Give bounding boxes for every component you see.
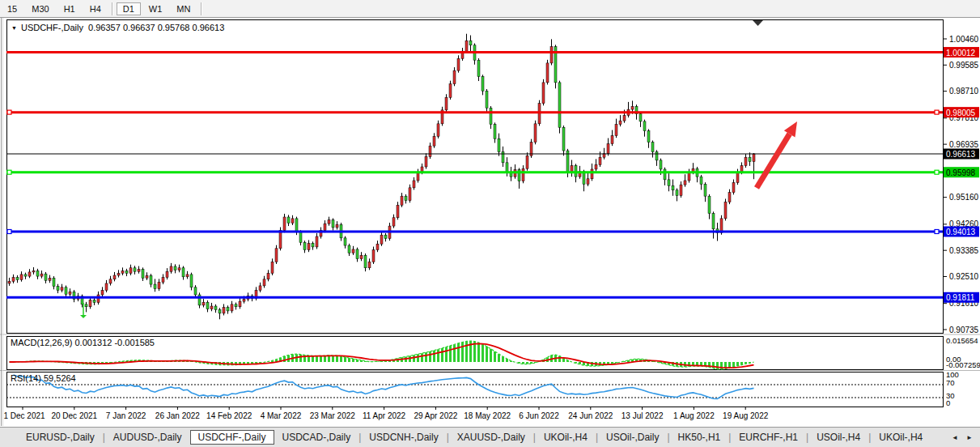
candle-body [413, 181, 415, 188]
macd-histogram-bar [494, 351, 496, 362]
candle-body [328, 220, 330, 224]
candle-body [69, 292, 71, 294]
date-label: 1 Dec 2021 [3, 411, 45, 420]
date-label: 6 Jun 2022 [519, 411, 559, 420]
timeframe-button-mn[interactable]: MN [170, 2, 197, 15]
timeframe-button-m30[interactable]: M30 [25, 2, 55, 15]
tab-xauusd-daily[interactable]: XAUUSD-,Daily [451, 430, 532, 445]
candle-body [40, 274, 43, 276]
tab-ukoil-h4[interactable]: UKOil-,H4 [537, 430, 594, 445]
candle-body [619, 121, 622, 124]
tab-eurchf-h1[interactable]: EURCHF-,H1 [732, 430, 804, 445]
candle-body [364, 255, 367, 268]
price-tag-label: 0.94013 [946, 228, 976, 236]
candle-body [708, 196, 711, 213]
candle-body [453, 70, 456, 84]
candle-body [643, 121, 646, 131]
candle-body [392, 218, 395, 226]
tab-eurusd-daily[interactable]: EURUSD-,Daily [19, 430, 101, 445]
candle-body [534, 124, 537, 143]
tab-usdchf-daily[interactable]: USDCHF-,Daily [190, 430, 274, 445]
candle-body [57, 287, 59, 291]
candle-body [158, 282, 160, 288]
candle-body [89, 300, 91, 307]
macd-histogram-bar [299, 355, 302, 362]
main-plot-frame [7, 20, 944, 334]
mt4-window: 1.004600.995850.987100.978100.969350.951… [0, 0, 980, 447]
candle-body [647, 131, 650, 143]
tab-audusd-daily[interactable]: AUDUSD-,Daily [107, 430, 189, 445]
chevron-down-icon[interactable]: ▼ [11, 25, 17, 31]
candle-body [352, 249, 354, 253]
macd-histogram-bar [352, 359, 354, 362]
candlestick-chart[interactable]: 1.004600.995850.987100.978100.969350.951… [0, 0, 980, 447]
candle-body [49, 278, 51, 280]
line-handle[interactable] [935, 170, 939, 174]
date-label: 4 Mar 2022 [261, 411, 302, 420]
line-handle[interactable] [935, 229, 939, 233]
tab-ukoil-h4[interactable]: UKOil-,H4 [872, 430, 929, 445]
line-handle[interactable] [7, 110, 11, 114]
chart-title: ▼USDCHF-,Daily 0.96357 0.96637 0.95768 0… [11, 23, 224, 32]
tab-usdcnh-daily[interactable]: USDCNH-,Daily [363, 430, 444, 445]
candle-body [668, 180, 670, 185]
candle-body [109, 279, 112, 283]
candle-body [105, 283, 108, 290]
candle-body [16, 278, 19, 280]
line-handle[interactable] [7, 170, 11, 174]
timeframe-button-h1[interactable]: H1 [57, 2, 82, 15]
price-axis-label: 0.92510 [949, 272, 979, 281]
window-frame-left [1, 18, 2, 426]
rsi-name: RSI(14) [11, 373, 41, 383]
candle-body [599, 157, 601, 164]
candle-body [24, 275, 27, 276]
candle-body [486, 91, 488, 108]
macd-histogram-bar [716, 362, 719, 369]
timeframe-button-15[interactable]: 15 [1, 2, 23, 15]
tab-separator: | [596, 432, 598, 443]
rsi-value: 59,5264 [44, 373, 76, 383]
tab-usdcad-daily[interactable]: USDCAD-,Daily [276, 430, 358, 445]
date-label: 24 Jun 2022 [568, 411, 613, 420]
candle-body [101, 290, 104, 295]
window-frame-left-highlight [2, 18, 3, 426]
candle-body [506, 163, 508, 172]
macd-histogram-bar [421, 353, 423, 362]
candle-body [45, 274, 47, 280]
candle-body [372, 250, 375, 262]
candle-body [146, 275, 148, 278]
candle-body [477, 60, 480, 76]
candle-body [437, 124, 439, 137]
line-handle[interactable] [935, 110, 939, 114]
tab-scroll-arrows[interactable]: ◄ ► [952, 434, 976, 441]
candle-body [526, 155, 528, 168]
candle-body [194, 287, 197, 295]
candle-body [214, 306, 217, 309]
macd-histogram-bar [465, 341, 468, 362]
candle-body [53, 278, 55, 286]
date-label: 11 Apr 2022 [363, 411, 406, 420]
candle-body [312, 244, 314, 247]
candle-body [85, 304, 87, 307]
timeframe-button-w1[interactable]: W1 [142, 2, 169, 15]
candle-body [303, 242, 306, 249]
line-handle[interactable] [7, 229, 11, 233]
candle-body [178, 268, 180, 270]
candle-body [174, 266, 176, 270]
candle-body [465, 40, 468, 51]
timeframe-button-h4[interactable]: H4 [83, 2, 108, 15]
candle-body [223, 307, 225, 313]
tab-usoil-h4[interactable]: USOil-,H4 [810, 430, 867, 445]
candle-body [348, 245, 350, 253]
date-label: 20 Dec 2021 [51, 411, 97, 420]
candle-body [494, 125, 496, 139]
timeframe-button-d1[interactable]: D1 [117, 2, 141, 15]
candle-body [336, 224, 338, 228]
candle-body [129, 268, 132, 274]
candle-body [235, 304, 237, 307]
toolbar-separator [112, 2, 112, 15]
tab-hk50-h1[interactable]: HK50-,H1 [672, 430, 728, 445]
candle-body [12, 278, 15, 282]
macd-axis-label: 0.015654 [946, 336, 978, 345]
tab-usoil-daily[interactable]: USOil-,Daily [600, 430, 665, 445]
